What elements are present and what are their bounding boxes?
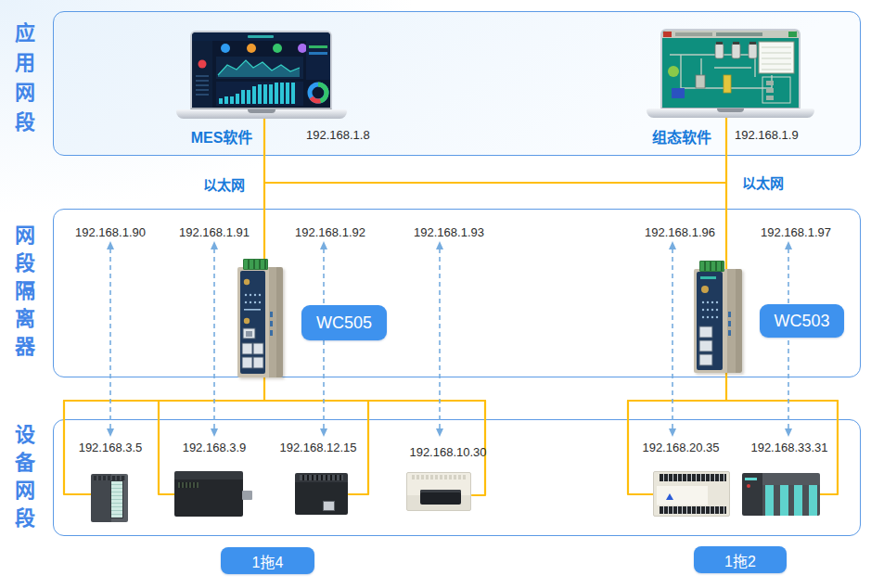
mes-software-label: MES软件 — [182, 125, 262, 147]
delta-logo-icon — [666, 493, 673, 500]
scada-laptop — [647, 29, 814, 118]
section-label-device: 设备网段 — [10, 424, 34, 535]
wc505-label-pill: WC505 — [301, 305, 387, 340]
modular-plc-icon — [742, 473, 820, 516]
device-ip-5: 192.168.33.31 — [750, 441, 827, 454]
wc503-front-panel — [694, 269, 742, 373]
isolator-ip-2: 192.168.1.92 — [295, 225, 365, 239]
isolator-ip-5: 192.168.1.97 — [761, 225, 831, 239]
isolator-ip-3: 192.168.1.93 — [414, 225, 484, 239]
group-label-1-to-4: 1拖4 — [221, 547, 314, 574]
compact-plc-icon — [295, 473, 348, 515]
wc503-label-pill: WC503 — [760, 304, 844, 338]
device-ip-0: 192.168.3.5 — [79, 441, 143, 454]
isolator-ip-1: 192.168.1.91 — [179, 225, 250, 239]
scada-ip: 192.168.1.9 — [735, 128, 799, 142]
network-topology-diagram: 应用网段 网段隔离器 设备网段 — [0, 0, 871, 588]
wc503-isolator-device — [694, 269, 742, 373]
group-label-1-to-2: 1拖2 — [694, 546, 787, 573]
terminal-plc-icon — [653, 471, 730, 517]
isolator-ip-0: 192.168.1.90 — [75, 225, 146, 239]
laptop-base — [176, 109, 347, 119]
device-ip-3: 192.168.10.30 — [409, 445, 486, 459]
scada-software-label: 组态软件 — [644, 125, 720, 147]
din-rail-plc-icon — [174, 471, 243, 517]
device-ip-2: 192.168.12.15 — [279, 441, 356, 454]
arrowheads — [107, 241, 792, 437]
wc505-front-panel — [237, 267, 283, 377]
scada-hmi-graphic — [662, 31, 799, 108]
brick-plc-icon — [406, 472, 471, 511]
mapping-dashed-arrows — [110, 249, 788, 429]
mes-dashboard-graphic — [192, 32, 330, 108]
device-ip-4: 192.168.20.35 — [642, 441, 719, 454]
device-ip-1: 192.168.3.9 — [183, 441, 247, 454]
wc505-isolator-device — [237, 267, 283, 377]
scada-hmi-screen — [660, 29, 801, 109]
mes-laptop — [176, 31, 347, 119]
ethernet-label-right: 以太网 — [742, 173, 784, 192]
ethernet-label-left: 以太网 — [203, 174, 245, 194]
mes-ip: 192.168.1.8 — [306, 128, 370, 142]
mes-dashboard-screen — [190, 31, 332, 109]
rack-plc-icon — [91, 474, 128, 522]
laptop-base — [647, 109, 814, 118]
isolator-ip-4: 192.168.1.96 — [645, 225, 715, 239]
